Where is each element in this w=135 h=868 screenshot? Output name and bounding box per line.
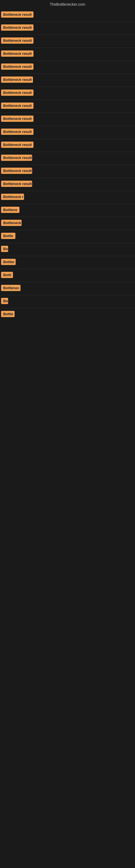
bottleneck-badge-2[interactable]: Bottleneck result bbox=[1, 24, 34, 31]
badge-row-9: Bottleneck result bbox=[0, 113, 135, 126]
badge-row-19: Bo bbox=[0, 243, 135, 256]
badge-row-17: Bottleneck bbox=[0, 217, 135, 230]
bottleneck-badge-1[interactable]: Bottleneck result bbox=[1, 11, 34, 18]
badge-row-23: Bo bbox=[0, 295, 135, 308]
badge-row-24: Bottle bbox=[0, 308, 135, 321]
bottleneck-badge-22[interactable]: Bottlenec bbox=[1, 285, 20, 291]
site-title: TheBottlenecker.com bbox=[0, 0, 135, 9]
badge-row-18: Bottle bbox=[0, 230, 135, 243]
bottleneck-badge-12[interactable]: Bottleneck result bbox=[1, 155, 32, 161]
bottleneck-badge-9[interactable]: Bottleneck result bbox=[1, 116, 34, 122]
badge-row-10: Bottleneck result bbox=[0, 126, 135, 138]
badge-row-20: Bottler bbox=[0, 256, 135, 269]
badge-row-4: Bottleneck result bbox=[0, 48, 135, 61]
bottleneck-badge-14[interactable]: Bottleneck result bbox=[1, 181, 32, 187]
bottleneck-badge-24[interactable]: Bottle bbox=[1, 311, 14, 317]
badge-row-1: Bottleneck result bbox=[0, 9, 135, 22]
badge-row-2: Bottleneck result bbox=[0, 22, 135, 34]
badge-row-3: Bottleneck result bbox=[0, 35, 135, 48]
badge-row-12: Bottleneck result bbox=[0, 152, 135, 165]
bottleneck-badge-17[interactable]: Bottleneck bbox=[1, 220, 21, 226]
bottleneck-badge-11[interactable]: Bottleneck result bbox=[1, 142, 34, 148]
bottleneck-badge-15[interactable]: Bottleneck r bbox=[1, 194, 24, 200]
bottleneck-badge-5[interactable]: Bottleneck result bbox=[1, 63, 34, 70]
badge-row-11: Bottleneck result bbox=[0, 139, 135, 152]
bottleneck-badge-7[interactable]: Bottleneck result bbox=[1, 90, 34, 96]
badge-row-16: Bottlene bbox=[0, 204, 135, 217]
bottleneck-badge-4[interactable]: Bottleneck result bbox=[1, 51, 34, 57]
bottleneck-badge-8[interactable]: Bottleneck result bbox=[1, 102, 34, 109]
badge-row-7: Bottleneck result bbox=[0, 87, 135, 99]
badge-row-22: Bottlenec bbox=[0, 282, 135, 295]
bottleneck-badge-10[interactable]: Bottleneck result bbox=[1, 129, 34, 135]
bottleneck-badge-3[interactable]: Bottleneck result bbox=[1, 37, 34, 44]
bottleneck-badge-6[interactable]: Bottleneck result bbox=[1, 76, 33, 83]
badge-row-5: Bottleneck result bbox=[0, 61, 135, 73]
bottleneck-badge-21[interactable]: Bottl bbox=[1, 272, 13, 278]
bottleneck-badge-20[interactable]: Bottler bbox=[1, 259, 16, 265]
badge-row-14: Bottleneck result bbox=[0, 178, 135, 191]
bottleneck-badge-19[interactable]: Bo bbox=[1, 246, 8, 252]
badge-row-21: Bottl bbox=[0, 269, 135, 282]
bottleneck-badge-23[interactable]: Bo bbox=[1, 298, 8, 304]
badge-row-8: Bottleneck result bbox=[0, 100, 135, 113]
bottleneck-badge-13[interactable]: Bottleneck result bbox=[1, 167, 32, 174]
bottleneck-badge-18[interactable]: Bottle bbox=[1, 233, 15, 239]
badge-row-13: Bottleneck result bbox=[0, 165, 135, 178]
bottleneck-badge-16[interactable]: Bottlene bbox=[1, 207, 19, 213]
badge-row-15: Bottleneck r bbox=[0, 191, 135, 204]
badge-row-6: Bottleneck result bbox=[0, 74, 135, 87]
